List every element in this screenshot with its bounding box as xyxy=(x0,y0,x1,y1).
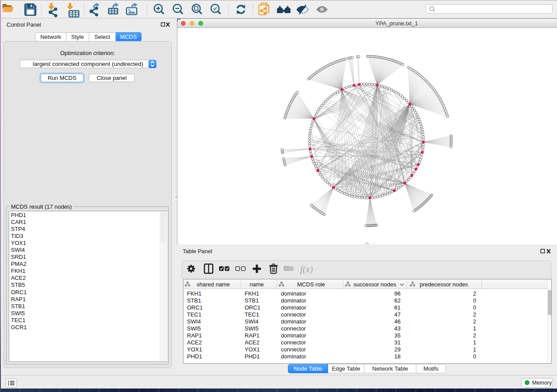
svg-text:f(x): f(x) xyxy=(300,264,313,275)
